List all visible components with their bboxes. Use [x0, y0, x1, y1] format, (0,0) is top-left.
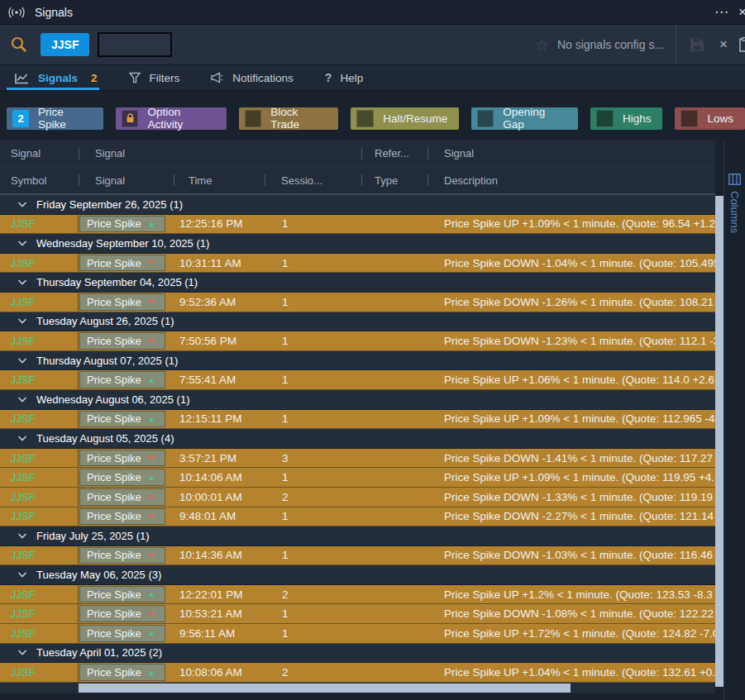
down-arrow-icon: ▼ — [148, 259, 155, 267]
signal-row[interactable]: JJSFPrice Spike▼10:14:36 AM1Price Spike … — [0, 546, 715, 566]
type-cell — [361, 585, 427, 604]
save-icon[interactable] — [690, 37, 704, 52]
signal-type-label: Price Spike — [87, 217, 141, 230]
signal-row[interactable]: JJSFPrice Spike▼9:48:01 AM1Price Spike D… — [0, 507, 715, 527]
symbol-cell: JJSF — [0, 215, 79, 234]
column-header-session[interactable]: Sessio... — [265, 167, 361, 193]
tab-help[interactable]: ? Help — [325, 65, 363, 90]
chevron-down-icon[interactable] — [17, 436, 27, 441]
group-row[interactable]: Wednesday August 06, 2025 (1) — [0, 390, 715, 410]
up-arrow-icon: ▲ — [148, 629, 155, 637]
column-header-type[interactable]: Type — [361, 167, 427, 193]
highs-checkbox[interactable] — [596, 110, 614, 127]
group-row[interactable]: Wednesday September 10, 2025 (1) — [0, 234, 715, 254]
signal-row[interactable]: JJSFPrice Spike▼9:52:36 AM1Price Spike D… — [0, 293, 715, 312]
signal-row[interactable]: JJSFPrice Spike▼3:57:21 PM3Price Spike D… — [0, 449, 715, 469]
lows-checkbox[interactable] — [681, 110, 698, 127]
chip-block-trade[interactable]: Block Trade — [239, 107, 338, 130]
signal-cell: Price Spike▲ — [79, 624, 174, 643]
chevron-down-icon[interactable] — [17, 202, 27, 207]
session-cell: 1 — [265, 293, 361, 312]
column-header-symbol[interactable]: Symbol — [0, 167, 79, 193]
description-cell: Price Spike DOWN -1.33% < 1 minute. (Quo… — [427, 488, 715, 507]
column-header-description[interactable]: Description — [427, 167, 715, 193]
chip-opening-gap[interactable]: Opening Gap — [471, 107, 578, 130]
chip-halt-resume[interactable]: Halt/Resume — [351, 107, 459, 130]
signal-row[interactable]: JJSFPrice Spike▼7:50:56 PM1Price Spike D… — [0, 331, 715, 351]
symbol-cell: JJSF — [0, 331, 79, 350]
chevron-down-icon[interactable] — [17, 650, 27, 655]
group-row[interactable]: Friday July 25, 2025 (1) — [0, 526, 715, 546]
signal-type-box: Price Spike▲ — [79, 664, 165, 681]
type-cell — [361, 546, 427, 565]
signal-row[interactable]: JJSFPrice Spike▲9:56:11 AM1Price Spike U… — [0, 624, 715, 644]
chevron-down-icon[interactable] — [17, 279, 27, 285]
favorite-star-icon[interactable]: ☆ — [535, 36, 549, 55]
chevron-down-icon[interactable] — [17, 358, 27, 364]
signal-type-label: Price Spike — [87, 471, 141, 483]
group-row[interactable]: Thursday September 04, 2025 (1) — [0, 273, 715, 293]
signal-row[interactable]: JJSFPrice Spike▼10:00:01 AM2Price Spike … — [0, 488, 715, 507]
group-row[interactable]: Tuesday August 05, 2025 (4) — [0, 429, 715, 449]
signal-cell: Price Spike▼ — [79, 449, 174, 468]
symbol-chip[interactable]: JJSF — [41, 33, 89, 56]
group-row[interactable]: Tuesday May 06, 2025 (3) — [0, 565, 715, 585]
columns-rail-button[interactable]: Columns — [724, 140, 745, 700]
symbol-cell: JJSF — [0, 624, 79, 643]
main-area: Signal Signal Refer... Signal Symbol Sig… — [0, 140, 745, 700]
signal-row[interactable]: JJSFPrice Spike▼10:31:11 AM1Price Spike … — [0, 254, 715, 274]
tab-signals[interactable]: Signals 2 — [15, 65, 98, 90]
group-row[interactable]: Friday September 26, 2025 (1) — [0, 195, 715, 215]
signal-row[interactable]: JJSFPrice Spike▼10:53:21 AM1Price Spike … — [0, 604, 715, 624]
chip-option-activity[interactable]: Option Activity — [116, 107, 227, 130]
vertical-scrollbar-thumb[interactable] — [715, 196, 724, 687]
window-close-button[interactable]: × — [738, 5, 745, 19]
bottom-filler — [0, 693, 715, 700]
chevron-down-icon[interactable] — [17, 533, 27, 539]
tab-notifications[interactable]: Notifications — [211, 65, 294, 90]
halt-resume-checkbox[interactable] — [356, 110, 374, 127]
signal-cell: Price Spike▲ — [79, 663, 174, 682]
signal-row[interactable]: JJSFPrice Spike▲12:15:11 PM1Price Spike … — [0, 410, 715, 430]
signal-cell: Price Spike▼ — [79, 254, 174, 273]
group-row[interactable]: Tuesday August 26, 2025 (1) — [0, 312, 715, 332]
horizontal-scrollbar[interactable] — [0, 683, 715, 693]
block-trade-checkbox[interactable] — [245, 110, 261, 127]
signal-row[interactable]: JJSFPrice Spike▲10:14:06 AM1Price Spike … — [0, 468, 715, 488]
time-cell: 9:52:36 AM — [174, 293, 265, 312]
session-cell: 1 — [265, 254, 361, 273]
signal-row[interactable]: JJSFPrice Spike▲7:55:41 AM1Price Spike U… — [0, 370, 715, 390]
signal-type-box: Price Spike▲ — [79, 216, 165, 233]
signal-row[interactable]: JJSFPrice Spike▲12:25:16 PM1Price Spike … — [0, 215, 715, 235]
group-date-label: Wednesday August 06, 2025 (1) — [36, 393, 190, 406]
group-row[interactable]: Thursday August 07, 2025 (1) — [0, 351, 715, 371]
symbol-search-input[interactable] — [98, 32, 172, 57]
chevron-down-icon[interactable] — [17, 318, 27, 324]
chevron-down-icon[interactable] — [17, 572, 27, 578]
type-cell — [361, 331, 427, 350]
chevron-down-icon[interactable] — [17, 240, 27, 246]
column-header-time[interactable]: Time — [174, 167, 265, 193]
signal-row[interactable]: JJSFPrice Spike▲10:08:06 AM2Price Spike … — [0, 663, 715, 683]
opening-gap-checkbox[interactable] — [477, 110, 494, 127]
tab-filters[interactable]: Filters — [129, 65, 180, 90]
horizontal-scrollbar-thumb[interactable] — [79, 683, 571, 693]
chip-price-spike[interactable]: 2 Price Spike — [7, 107, 103, 130]
chevron-down-icon[interactable] — [17, 397, 27, 402]
chip-lows[interactable]: Lows — [675, 107, 745, 130]
clear-config-button[interactable]: × — [719, 36, 728, 53]
signal-type-box: Price Spike▼ — [79, 450, 165, 467]
more-button[interactable]: ⋯ — [714, 5, 728, 19]
column-header-signal[interactable]: Signal — [79, 167, 174, 193]
up-arrow-icon: ▲ — [148, 220, 155, 228]
chip-highs[interactable]: Highs — [590, 107, 663, 130]
vertical-scrollbar[interactable] — [715, 140, 724, 700]
symbol-cell: JJSF — [0, 370, 79, 389]
time-cell: 3:57:21 PM — [174, 449, 265, 468]
clipboard-icon[interactable] — [739, 37, 745, 52]
signal-row[interactable]: JJSFPrice Spike▲12:22:01 PM2Price Spike … — [0, 585, 715, 605]
columns-grid-icon — [728, 174, 741, 185]
description-cell: Price Spike DOWN -1.04% < 1 minute. (Quo… — [427, 254, 715, 273]
group-row[interactable]: Tuesday April 01, 2025 (2) — [0, 644, 715, 664]
signal-type-label: Price Spike — [87, 412, 141, 425]
